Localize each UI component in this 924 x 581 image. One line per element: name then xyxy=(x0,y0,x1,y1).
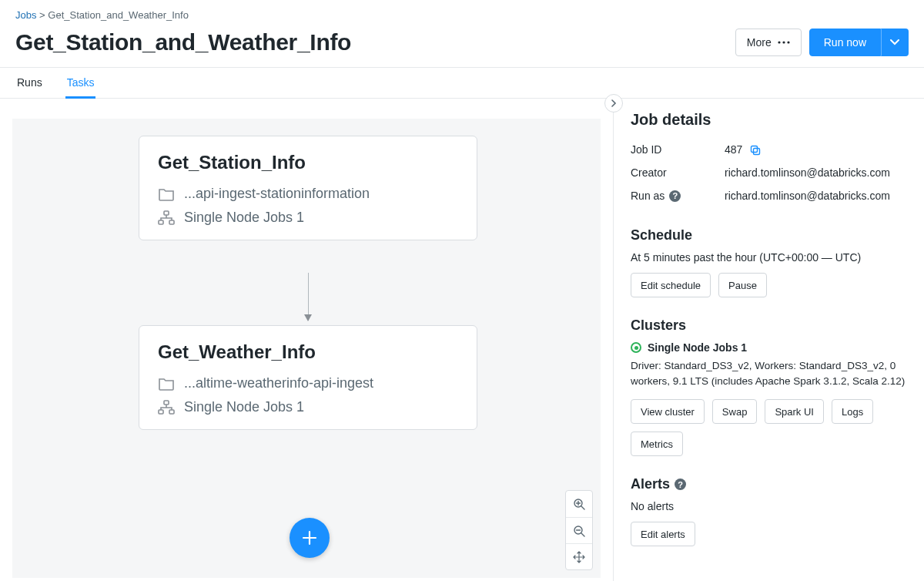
job-details-heading: Job details xyxy=(631,111,907,129)
svg-rect-12 xyxy=(752,146,758,153)
task-cluster: Single Node Jobs 1 xyxy=(184,399,304,415)
folder-icon xyxy=(158,376,175,391)
chevron-right-icon xyxy=(611,99,617,107)
alerts-heading: Alerts ? xyxy=(631,476,907,492)
breadcrumb-current: Get_Station_and_Weather_Info xyxy=(48,9,189,21)
clusters-heading: Clusters xyxy=(631,317,907,334)
zoom-out-icon xyxy=(573,525,585,537)
task-card-get-weather-info[interactable]: Get_Weather_Info ...altime-weatherinfo-a… xyxy=(139,325,477,430)
task-card-get-station-info[interactable]: Get_Station_Info ...api-ingest-stationin… xyxy=(139,136,477,240)
plus-icon xyxy=(301,529,318,546)
cluster-description: Driver: Standard_DS3_v2, Workers: Standa… xyxy=(631,358,907,388)
zoom-in-button[interactable] xyxy=(566,491,592,517)
schedule-heading: Schedule xyxy=(631,227,907,243)
arrow-down-icon xyxy=(304,314,312,321)
svg-point-0 xyxy=(778,41,780,43)
tab-runs[interactable]: Runs xyxy=(15,68,44,99)
alerts-heading-label: Alerts xyxy=(631,476,670,492)
fit-view-button[interactable] xyxy=(566,543,592,569)
edit-alerts-button[interactable]: Edit alerts xyxy=(631,522,695,546)
task-title: Get_Weather_Info xyxy=(158,341,458,363)
creator-label: Creator xyxy=(631,166,725,179)
move-icon xyxy=(573,551,585,563)
more-button[interactable]: More xyxy=(735,29,802,56)
more-button-label: More xyxy=(747,36,772,49)
view-cluster-button[interactable]: View cluster xyxy=(631,399,705,424)
svg-rect-4 xyxy=(159,220,163,224)
swap-cluster-button[interactable]: Swap xyxy=(712,399,758,424)
zoom-out-button[interactable] xyxy=(566,517,592,543)
run-now-label: Run now xyxy=(824,36,866,49)
tabs-bar: Runs Tasks xyxy=(0,67,924,99)
runas-value: richard.tomlinson@databricks.com xyxy=(725,190,890,202)
cluster-status-icon xyxy=(631,342,641,353)
breadcrumb: Jobs > Get_Station_and_Weather_Info xyxy=(0,0,924,25)
run-now-button[interactable]: Run now xyxy=(809,29,881,56)
cluster-icon xyxy=(158,400,175,415)
svg-rect-11 xyxy=(754,149,760,155)
job-details-panel: Job details Job ID 487 Creator richard.t… xyxy=(613,99,924,581)
canvas-controls xyxy=(565,490,593,570)
svg-rect-5 xyxy=(169,220,174,224)
job-id-value: 487 xyxy=(725,143,742,156)
help-icon[interactable]: ? xyxy=(675,479,686,490)
zoom-in-icon xyxy=(573,498,585,510)
logs-button[interactable]: Logs xyxy=(832,399,873,424)
more-icon xyxy=(778,41,790,44)
svg-rect-3 xyxy=(164,211,169,215)
task-title: Get_Station_Info xyxy=(158,152,458,173)
chevron-down-icon xyxy=(890,39,899,45)
runas-label: Run as xyxy=(631,190,665,202)
schedule-text: At 5 minutes past the hour (UTC+00:00 — … xyxy=(631,251,907,264)
pause-schedule-button[interactable]: Pause xyxy=(718,273,767,297)
kv-runas: Run as ? richard.tomlinson@databricks.co… xyxy=(631,184,907,207)
task-connector xyxy=(308,273,309,321)
job-id-label: Job ID xyxy=(631,143,725,156)
svg-point-2 xyxy=(787,41,789,43)
breadcrumb-separator: > xyxy=(39,9,48,21)
creator-value: richard.tomlinson@databricks.com xyxy=(725,166,890,179)
cluster-name: Single Node Jobs 1 xyxy=(648,341,747,354)
svg-rect-7 xyxy=(159,410,163,414)
copy-job-id-button[interactable] xyxy=(750,145,761,156)
breadcrumb-root-link[interactable]: Jobs xyxy=(15,9,36,21)
edit-schedule-button[interactable]: Edit schedule xyxy=(631,273,711,297)
task-cluster: Single Node Jobs 1 xyxy=(184,210,304,226)
task-path: ...api-ingest-stationinformation xyxy=(184,186,370,202)
page-title: Get_Station_and_Weather_Info xyxy=(15,29,351,55)
svg-point-1 xyxy=(782,41,785,43)
alerts-text: No alerts xyxy=(631,500,907,512)
tab-tasks[interactable]: Tasks xyxy=(65,68,96,99)
svg-rect-6 xyxy=(164,401,169,405)
metrics-button[interactable]: Metrics xyxy=(631,432,683,456)
cluster-icon xyxy=(158,210,175,226)
collapse-side-panel-button[interactable] xyxy=(604,94,623,113)
task-path: ...altime-weatherinfo-api-ingest xyxy=(184,375,373,391)
kv-job-id: Job ID 487 xyxy=(631,138,907,161)
help-icon[interactable]: ? xyxy=(669,190,681,202)
spark-ui-button[interactable]: Spark UI xyxy=(765,399,824,424)
task-graph-canvas[interactable]: Get_Station_Info ...api-ingest-stationin… xyxy=(12,119,601,578)
run-now-dropdown-button[interactable] xyxy=(881,29,909,56)
svg-rect-8 xyxy=(169,410,174,414)
add-task-button[interactable] xyxy=(290,518,330,558)
folder-icon xyxy=(158,186,175,202)
kv-creator: Creator richard.tomlinson@databricks.com xyxy=(631,161,907,184)
